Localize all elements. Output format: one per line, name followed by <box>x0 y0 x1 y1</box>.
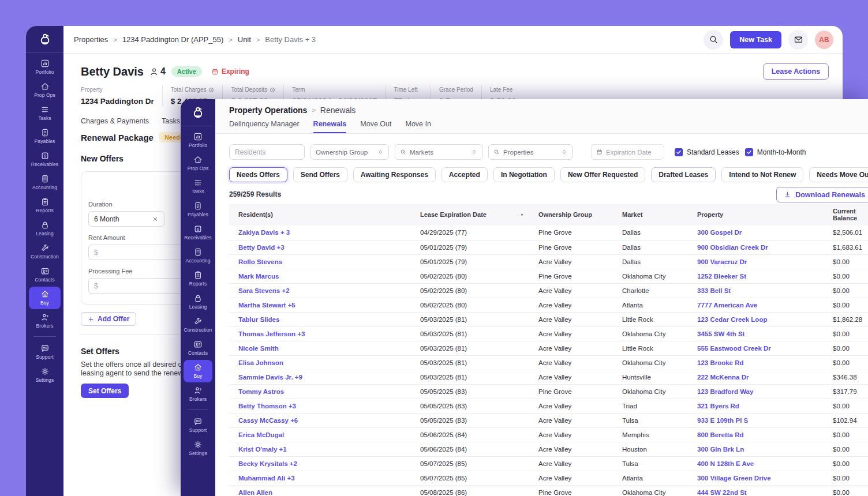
column-header-ownership-group[interactable]: Ownership Group <box>529 204 613 226</box>
sidebar-item-construction[interactable]: Construction <box>184 314 212 336</box>
sidebar-item-tasks[interactable]: Tasks <box>184 175 212 198</box>
app-logo[interactable] <box>26 26 63 53</box>
expiration-date-input[interactable]: Expiration Date <box>591 144 664 160</box>
resident-cell[interactable]: Muhammad Ali +3 <box>229 471 411 485</box>
column-header-lease-expiration-date[interactable]: Lease Expiration Date <box>411 204 529 226</box>
sidebar-item-tasks[interactable]: Tasks <box>29 102 61 125</box>
sidebar-item-contacts[interactable]: Contacts <box>184 337 212 359</box>
filter-chip-accepted[interactable]: Accepted <box>442 167 488 182</box>
sidebar-item-buy[interactable]: $Buy <box>184 360 212 382</box>
mail-button[interactable] <box>788 30 808 50</box>
sidebar-item-settings[interactable]: Settings <box>184 437 212 460</box>
resident-cell[interactable]: Tablur Slides <box>229 312 411 326</box>
property-cell[interactable]: 800 Beretta Rd <box>688 427 824 442</box>
resident-cell[interactable]: Tommy Astros <box>229 384 411 399</box>
table-row[interactable]: Rollo Stevens05/01/2025 (79)Acre ValleyD… <box>229 254 868 269</box>
sidebar-item-buy[interactable]: $Buy <box>29 287 61 309</box>
filter-chip-send-offers[interactable]: Send Offers <box>293 167 347 182</box>
new-task-button[interactable]: New Task <box>730 31 781 48</box>
sidebar-item-portfolio[interactable]: Portfolio <box>29 56 61 78</box>
resident-cell[interactable]: Cassy McCassy +6 <box>229 413 411 427</box>
resident-cell[interactable]: Betty Thomson +3 <box>229 399 411 413</box>
property-cell[interactable]: 900 Obsidian Creek Dr <box>688 240 824 254</box>
resident-cell[interactable]: Becky Krysitals +2 <box>229 456 411 471</box>
resident-cell[interactable]: Zakiya Davis + 3 <box>229 226 411 240</box>
breadcrumb-item[interactable]: Properties <box>74 35 108 44</box>
ownership-group-select[interactable]: Ownership Group <box>310 144 389 160</box>
filter-chip-drafted-leases[interactable]: Drafted Leases <box>651 167 716 182</box>
table-row[interactable]: Sara Stevens +205/02/2025 (80)Acre Valle… <box>229 283 868 298</box>
sidebar-item-reports[interactable]: Reports <box>29 194 61 217</box>
sidebar-item-leasing[interactable]: Leasing <box>29 217 61 240</box>
table-row[interactable]: Mark Marcus05/02/2025 (80)Pine GroveOkla… <box>229 269 868 283</box>
resident-cell[interactable]: Sammie Davis Jr. +9 <box>229 370 411 384</box>
table-row[interactable]: Sammie Davis Jr. +905/03/2025 (81)Acre V… <box>229 370 868 384</box>
tab-move-in[interactable]: Move In <box>405 120 431 133</box>
table-row[interactable]: Elisa Johnson05/03/2025 (81)Acre ValleyO… <box>229 355 868 370</box>
filter-chip-needs-offers[interactable]: Needs Offers <box>229 167 287 182</box>
filter-chip-new-offer-requested[interactable]: New Offer Requested <box>560 167 645 182</box>
sidebar-item-payables[interactable]: Payables <box>184 198 212 221</box>
resident-cell[interactable]: Nicole Smith <box>229 341 411 355</box>
sidebar-item-accounting[interactable]: Accounting <box>184 245 212 267</box>
property-cell[interactable]: 400 N 128th E Ave <box>688 456 824 471</box>
property-cell[interactable]: 3455 SW 4th St <box>688 326 824 341</box>
tab-tasks[interactable]: Tasks <box>162 117 180 125</box>
sidebar-item-receivables[interactable]: $Receivables <box>184 221 212 244</box>
breadcrumb-item[interactable]: 1234 Paddington Dr (APP_55) <box>122 35 224 44</box>
property-cell[interactable]: 300 Gln Brk Ln <box>688 442 824 456</box>
month-to-month-checkbox[interactable]: Month-to-Month <box>745 148 806 156</box>
table-row[interactable]: Martha Stewart +505/02/2025 (80)Acre Val… <box>229 298 868 312</box>
tab-move-out[interactable]: Move Out <box>360 120 391 133</box>
column-header-market[interactable]: Market <box>613 204 688 226</box>
clear-icon[interactable] <box>152 216 159 223</box>
breadcrumb-item[interactable]: Unit <box>238 35 251 44</box>
sidebar-item-accounting[interactable]: Accounting <box>29 171 61 194</box>
property-cell[interactable]: 444 SW 22nd St <box>688 485 824 496</box>
table-row[interactable]: Zakiya Davis + 304/29/2025 (77)Pine Grov… <box>229 226 868 240</box>
sidebar-item-prop-ops[interactable]: Prop Ops <box>29 79 61 102</box>
column-header-property[interactable]: Property <box>688 204 824 226</box>
lease-actions-button[interactable]: Lease Actions <box>763 63 829 80</box>
property-cell[interactable]: 555 Eastwood Creek Dr <box>688 341 824 355</box>
property-cell[interactable]: 333 Bell St <box>688 283 824 298</box>
sidebar-item-brokers[interactable]: $Brokers <box>184 383 212 405</box>
sidebar-item-settings[interactable]: Settings <box>29 364 61 386</box>
table-row[interactable]: Allen Allen05/08/2025 (86)Pine GroveOkla… <box>229 485 868 496</box>
avatar[interactable]: AB <box>815 31 833 49</box>
property-cell[interactable]: 222 McKenna Dr <box>688 370 824 384</box>
property-cell[interactable]: 900 Varacruz Dr <box>688 254 824 269</box>
property-cell[interactable]: 321 Byers Rd <box>688 399 824 413</box>
resident-cell[interactable]: Krist O'maly +1 <box>229 442 411 456</box>
sidebar-item-support[interactable]: Support <box>29 341 61 363</box>
property-cell[interactable]: 7777 American Ave <box>688 298 824 312</box>
resident-cell[interactable]: Martha Stewart +5 <box>229 298 411 312</box>
filter-chip-in-negotiation[interactable]: In Negotiation <box>493 167 555 182</box>
resident-cell[interactable]: Betty David +3 <box>229 240 411 254</box>
property-cell[interactable]: 123 Cedar Creek Loop <box>688 312 824 326</box>
table-row[interactable]: Nicole Smith05/03/2025 (81)Acre ValleyLi… <box>229 341 868 355</box>
resident-cell[interactable]: Mark Marcus <box>229 269 411 283</box>
sidebar-item-leasing[interactable]: Leasing <box>184 291 212 313</box>
resident-cell[interactable]: Elisa Johnson <box>229 355 411 370</box>
sidebar-item-contacts[interactable]: Contacts <box>29 264 61 286</box>
column-header-resident-s-[interactable]: Resident(s) <box>229 204 411 226</box>
duration-select[interactable]: 6 Month <box>88 211 164 227</box>
sidebar-item-prop-ops[interactable]: Prop Ops <box>184 152 212 175</box>
table-row[interactable]: Tablur Slides05/03/2025 (81)Acre ValleyL… <box>229 312 868 326</box>
app-logo[interactable] <box>181 99 215 126</box>
table-row[interactable]: Muhammad Ali +305/07/2025 (85)Acre Valle… <box>229 471 868 485</box>
sidebar-item-construction[interactable]: Construction <box>29 241 61 263</box>
breadcrumb-item[interactable]: Betty Davis + 3 <box>265 35 316 44</box>
table-row[interactable]: Thomas Jefferson +305/03/2025 (81)Acre V… <box>229 326 868 341</box>
standard-leases-checkbox[interactable]: Standard Leases <box>675 148 739 156</box>
breadcrumb-section[interactable]: Property Operations <box>229 106 307 115</box>
filter-chip-needs-move-out[interactable]: Needs Move Out <box>809 167 868 182</box>
tab-delinquency-manager[interactable]: Delinquency Manager <box>229 120 300 133</box>
table-row[interactable]: Betty Thomson +305/05/2025 (83)Acre Vall… <box>229 399 868 413</box>
filter-chip-intend-to-not-renew[interactable]: Intend to Not Renew <box>721 167 803 182</box>
sidebar-item-payables[interactable]: Payables <box>29 125 61 148</box>
table-row[interactable]: Cassy McCassy +605/05/2025 (83)Acre Vall… <box>229 413 868 427</box>
table-row[interactable]: Erica McDugal05/06/2025 (84)Acre ValleyM… <box>229 427 868 442</box>
property-cell[interactable]: 123 Bradford Way <box>688 384 824 399</box>
